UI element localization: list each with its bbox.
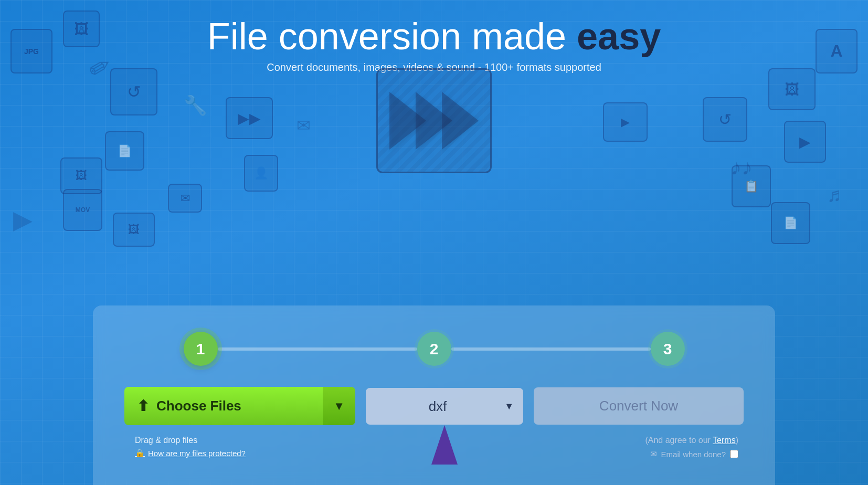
email-row: ✉ Email when done? bbox=[650, 449, 738, 459]
step-3: 3 bbox=[651, 332, 685, 366]
drag-drop-text: Drag & drop files bbox=[135, 436, 246, 445]
logo-area bbox=[376, 68, 492, 173]
lock-icon: 🔒 bbox=[135, 448, 145, 458]
step-1: 1 bbox=[184, 332, 218, 366]
svg-marker-0 bbox=[431, 425, 458, 465]
email-icon: ✉ bbox=[650, 449, 657, 459]
main-title: File conversion made easy bbox=[207, 16, 661, 57]
format-area: dxf pdf jpg png mp4 mp3 doc docx ▼ bbox=[366, 388, 523, 425]
left-info: Drag & drop files 🔒 How are my files pro… bbox=[130, 436, 246, 459]
choose-files-label: Choose Files bbox=[156, 398, 241, 414]
play-arrows bbox=[389, 92, 479, 150]
page-content: File conversion made easy Convert docume… bbox=[0, 0, 868, 79]
choose-files-wrapper: ⬆ Choose Files ▼ bbox=[124, 387, 355, 425]
email-label: Email when done? bbox=[661, 450, 726, 459]
right-info: (And agree to our Terms) ✉ Email when do… bbox=[645, 436, 738, 459]
file-protection-text: How are my files protected? bbox=[148, 449, 246, 458]
steps-row: 1 2 3 bbox=[124, 332, 744, 366]
logo-box bbox=[376, 68, 492, 173]
title-text: File conversion made bbox=[207, 15, 577, 57]
convert-now-button[interactable]: Convert Now bbox=[534, 387, 744, 425]
format-select-wrapper: dxf pdf jpg png mp4 mp3 doc docx ▼ bbox=[366, 388, 523, 425]
step-2: 2 bbox=[417, 332, 451, 366]
dropdown-arrow-icon: ▼ bbox=[333, 399, 345, 413]
purple-up-arrow bbox=[431, 425, 458, 467]
terms-link[interactable]: Terms bbox=[713, 436, 736, 445]
arrow-3 bbox=[442, 92, 479, 150]
step-line-2 bbox=[451, 347, 651, 351]
terms-text: (And agree to our Terms) bbox=[645, 436, 738, 445]
format-select[interactable]: dxf pdf jpg png mp4 mp3 doc docx bbox=[366, 388, 523, 425]
choose-files-dropdown[interactable]: ▼ bbox=[323, 387, 355, 425]
convert-now-label: Convert Now bbox=[599, 398, 678, 414]
conversion-panel: 1 2 3 ⬆ Choose Files ▼ dxf p bbox=[93, 305, 775, 485]
choose-files-button[interactable]: ⬆ Choose Files bbox=[124, 387, 323, 425]
title-bold: easy bbox=[577, 15, 661, 57]
file-protection-link[interactable]: 🔒 How are my files protected? bbox=[135, 448, 246, 458]
email-checkbox[interactable] bbox=[730, 450, 738, 458]
upload-icon: ⬆ bbox=[137, 397, 149, 415]
controls-row: ⬆ Choose Files ▼ dxf pdf jpg png mp4 mp3… bbox=[124, 387, 744, 425]
step-line-1 bbox=[218, 347, 417, 351]
title-section: File conversion made easy Convert docume… bbox=[207, 16, 661, 73]
